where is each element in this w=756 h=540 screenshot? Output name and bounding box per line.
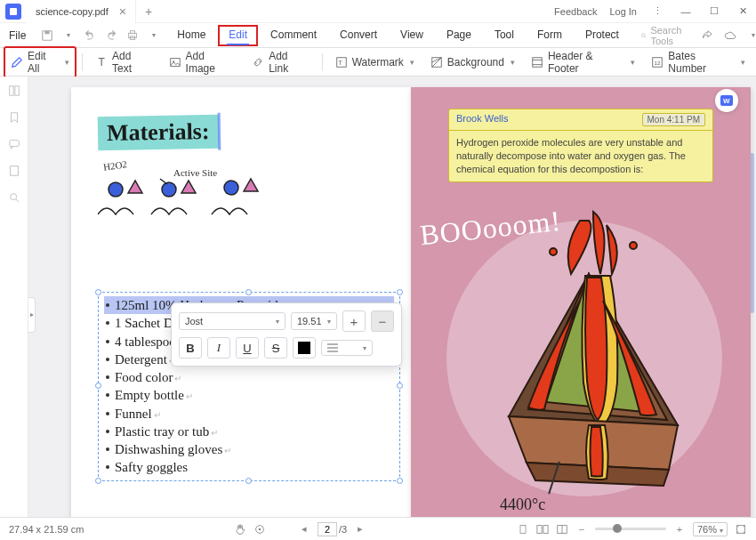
align-select[interactable]: ▾ (321, 340, 373, 356)
svg-rect-4 (131, 30, 135, 33)
statusbar: 27.94 x 21.59 cm ◂ /3 ▸ − + 76% ▾ (0, 517, 756, 540)
zoom-out-icon[interactable]: − (575, 523, 588, 536)
undo-icon[interactable] (83, 28, 97, 43)
left-sidebar (0, 77, 28, 517)
search-icon (640, 30, 647, 41)
feedback-link[interactable]: Feedback (554, 6, 597, 17)
fit-page-icon[interactable] (735, 523, 747, 536)
list-item: Plastic tray or tub↵ (104, 423, 394, 440)
svg-rect-20 (9, 141, 19, 147)
header-footer-button[interactable]: Header & Footer▾ (524, 46, 642, 78)
two-page-icon[interactable] (536, 523, 549, 536)
temperature-label: 4400°c (500, 496, 545, 514)
svg-text:12: 12 (655, 59, 661, 65)
molecule-sketch (98, 172, 365, 234)
print-icon[interactable] (125, 28, 140, 43)
close-tab-icon[interactable]: × (119, 4, 126, 19)
svg-point-24 (109, 182, 123, 197)
save-icon[interactable] (40, 28, 54, 43)
underline-button[interactable]: U (236, 337, 259, 359)
tab-tool[interactable]: Tool (484, 25, 525, 46)
font-family-select[interactable]: Jost▾ (179, 312, 286, 330)
tab-comment[interactable]: Comment (260, 25, 327, 46)
watermark-button[interactable]: T Watermark▾ (328, 52, 422, 72)
add-link-button[interactable]: Add Link (245, 46, 316, 78)
minimize-icon[interactable]: — (678, 6, 694, 17)
svg-rect-19 (14, 86, 18, 96)
redo-icon[interactable] (104, 28, 118, 43)
tab-form[interactable]: Form (527, 25, 573, 46)
tab-home[interactable]: Home (166, 25, 216, 46)
zoom-in-icon[interactable]: + (673, 523, 686, 536)
bold-button[interactable]: B (179, 337, 202, 359)
qat-dd[interactable]: ▾ (61, 28, 76, 43)
font-color-button[interactable] (293, 337, 316, 359)
add-image-button[interactable]: Add Image (162, 46, 244, 78)
document-tab[interactable]: science-copy.pdf × (27, 0, 136, 23)
svg-text:W: W (723, 97, 730, 105)
tab-convert[interactable]: Convert (329, 25, 388, 46)
app-icon (5, 4, 21, 20)
menu-expand-icon[interactable]: ▾ (746, 28, 756, 43)
tab-filename: science-copy.pdf (36, 6, 109, 17)
bates-number-button[interactable]: 12 Bates Number▾ (644, 46, 752, 78)
tab-page[interactable]: Page (436, 25, 482, 46)
decrease-size-button[interactable]: − (371, 310, 394, 332)
word-export-badge[interactable]: W (715, 89, 738, 112)
svg-rect-13 (533, 57, 543, 67)
increase-size-button[interactable]: + (342, 310, 366, 332)
list-item: Safty goggles (104, 458, 394, 476)
prev-page-icon[interactable]: ◂ (298, 523, 310, 536)
comment-icon[interactable] (7, 137, 21, 151)
zoom-value[interactable]: 76% ▾ (693, 522, 728, 536)
svg-point-39 (259, 528, 261, 530)
svg-rect-18 (9, 86, 12, 96)
search-panel-icon[interactable] (7, 190, 21, 205)
login-link[interactable]: Log In (609, 6, 637, 17)
new-tab-button[interactable]: + (145, 4, 152, 19)
select-tool-icon[interactable] (253, 523, 266, 536)
svg-text:T: T (338, 59, 342, 65)
thumbnails-icon[interactable] (7, 84, 21, 98)
list-item: Food color↵ (104, 368, 394, 386)
svg-line-7 (645, 36, 647, 37)
share-icon[interactable] (700, 28, 714, 43)
search-tools[interactable]: Search Tools (640, 25, 686, 46)
watermark-icon: T (335, 56, 348, 69)
strikethrough-button[interactable]: S (264, 337, 287, 359)
hand-tool-icon[interactable] (234, 523, 246, 536)
italic-button[interactable]: I (207, 337, 230, 359)
attachment-icon[interactable] (7, 164, 21, 178)
zoom-slider[interactable] (595, 528, 666, 530)
edit-all-icon (11, 56, 23, 69)
next-page-icon[interactable]: ▸ (354, 523, 366, 536)
add-text-button[interactable]: T Add Text (88, 46, 159, 78)
font-size-select[interactable]: 19.51▾ (291, 312, 337, 330)
tab-edit[interactable]: Edit (218, 25, 258, 46)
read-mode-icon[interactable] (556, 523, 568, 536)
svg-point-26 (162, 182, 176, 197)
close-window-icon[interactable]: ✕ (735, 5, 751, 17)
menu-row: File ▾ ▾ Home Edit Comment Convert View … (0, 23, 756, 48)
expand-sidebar-handle[interactable]: ▸ (28, 297, 36, 333)
link-icon (252, 56, 264, 69)
background-button[interactable]: Background▾ (423, 52, 522, 72)
page-input[interactable] (318, 522, 337, 536)
text-format-toolbar: Jost▾ 19.51▾ + − B I U S ▾ (171, 302, 402, 367)
svg-point-22 (10, 194, 16, 200)
sticky-note[interactable]: Brook Wells Mon 4:11 PM Hydrogen peroxid… (448, 109, 713, 182)
tab-view[interactable]: View (390, 25, 434, 46)
canvas-area[interactable]: ▸ Materials: H2O2 Active Site (28, 77, 756, 517)
kebab-icon[interactable]: ⋮ (649, 5, 665, 17)
qat-dd2[interactable]: ▾ (147, 28, 161, 43)
tab-protect[interactable]: Protect (575, 25, 630, 46)
cloud-icon[interactable] (723, 28, 737, 43)
volcano-illustration (446, 203, 731, 505)
file-menu[interactable]: File (0, 29, 35, 42)
maximize-icon[interactable]: ☐ (706, 5, 722, 17)
svg-point-32 (630, 242, 637, 249)
bookmark-icon[interactable] (7, 110, 21, 125)
single-page-icon[interactable] (517, 523, 529, 536)
edit-all-button[interactable]: Edit All▾ (4, 46, 76, 78)
text-icon: T (95, 56, 108, 69)
